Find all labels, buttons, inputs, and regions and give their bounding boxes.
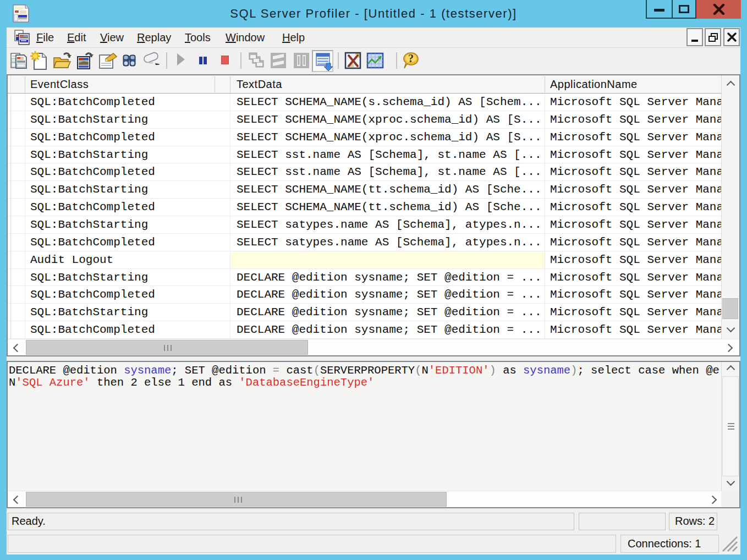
svg-text:?: ? <box>408 52 414 64</box>
